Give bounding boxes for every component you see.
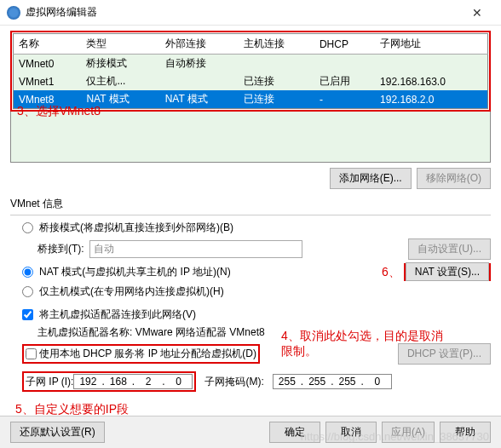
restore-defaults-button[interactable]: 还原默认设置(R) bbox=[10, 422, 105, 443]
hostonly-radio[interactable] bbox=[22, 286, 33, 297]
ip-seg-4[interactable] bbox=[164, 375, 192, 388]
mask-seg-3[interactable] bbox=[334, 375, 361, 388]
annotation-6: 6、 bbox=[382, 265, 400, 280]
host-adapter-checkbox[interactable] bbox=[22, 309, 33, 320]
network-table[interactable]: 名称 类型 外部连接 主机连接 DHCP 子网地址 VMnet0桥接模式自动桥接… bbox=[13, 33, 488, 109]
col-ext: 外部连接 bbox=[160, 34, 239, 55]
host-adapter-label: 将主机虚拟适配器连接到此网络(V) bbox=[39, 307, 196, 322]
col-type: 类型 bbox=[81, 34, 159, 55]
window-title: 虚拟网络编辑器 bbox=[26, 5, 460, 20]
col-name: 名称 bbox=[14, 34, 82, 55]
dhcp-label: 使用本地 DHCP 服务将 IP 地址分配给虚拟机(D) bbox=[39, 347, 256, 361]
adapter-name-label: 主机虚拟适配器名称: VMware 网络适配器 VMnet8 bbox=[37, 325, 265, 340]
subnet-ip-input[interactable]: . . . bbox=[73, 374, 193, 389]
auto-settings-button[interactable]: 自动设置(U)... bbox=[408, 238, 491, 260]
bridged-label: 桥接模式(将虚拟机直接连接到外部网络)(B) bbox=[39, 221, 233, 235]
mask-seg-4[interactable] bbox=[364, 375, 391, 388]
table-row[interactable]: VMnet0桥接模式自动桥接 bbox=[14, 55, 488, 73]
col-dhcp: DHCP bbox=[314, 34, 375, 55]
remove-network-button[interactable]: 移除网络(O) bbox=[417, 168, 491, 189]
table-row[interactable]: VMnet1仅主机...已连接已启用192.168.163.0 bbox=[14, 72, 488, 90]
bridgeto-label: 桥接到(T): bbox=[37, 242, 84, 256]
add-network-button[interactable]: 添加网络(E)... bbox=[330, 168, 412, 189]
mask-seg-2[interactable] bbox=[303, 375, 331, 388]
table-empty-area bbox=[10, 112, 491, 163]
annotation-3: 3、选择VMnet8 bbox=[17, 104, 101, 119]
col-host: 主机连接 bbox=[239, 34, 314, 55]
nat-radio[interactable] bbox=[22, 267, 33, 278]
subnet-mask-input[interactable]: . . . bbox=[273, 374, 392, 389]
subnet-mask-label: 子网掩码(M): bbox=[204, 375, 263, 389]
nat-label: NAT 模式(与虚拟机共享主机的 IP 地址)(N) bbox=[39, 265, 231, 279]
app-icon bbox=[7, 6, 20, 20]
bridge-select[interactable]: 自动 bbox=[89, 240, 302, 258]
close-icon[interactable]: ✕ bbox=[460, 0, 494, 26]
annotation-4: 4、取消此处勾选，目的是取消限制。 bbox=[281, 328, 443, 359]
mask-seg-1[interactable] bbox=[274, 375, 301, 388]
subnet-ip-label: 子网 IP (I): bbox=[26, 375, 73, 389]
vmnet-info-label: VMnet 信息 bbox=[10, 197, 491, 211]
dhcp-checkbox[interactable] bbox=[26, 348, 37, 359]
watermark: https://blog.csdn.net/weixin_38637730 bbox=[301, 430, 489, 443]
col-subnet: 子网地址 bbox=[375, 34, 487, 55]
ip-seg-2[interactable] bbox=[105, 375, 132, 388]
ip-seg-1[interactable] bbox=[74, 375, 101, 388]
hostonly-label: 仅主机模式(在专用网络内连接虚拟机)(H) bbox=[39, 284, 224, 299]
network-table-highlight: 名称 类型 外部连接 主机连接 DHCP 子网地址 VMnet0桥接模式自动桥接… bbox=[10, 31, 491, 112]
bridged-radio[interactable] bbox=[22, 222, 33, 233]
nat-settings-button[interactable]: NAT 设置(S)... bbox=[406, 262, 489, 281]
ip-seg-3[interactable] bbox=[135, 375, 162, 388]
